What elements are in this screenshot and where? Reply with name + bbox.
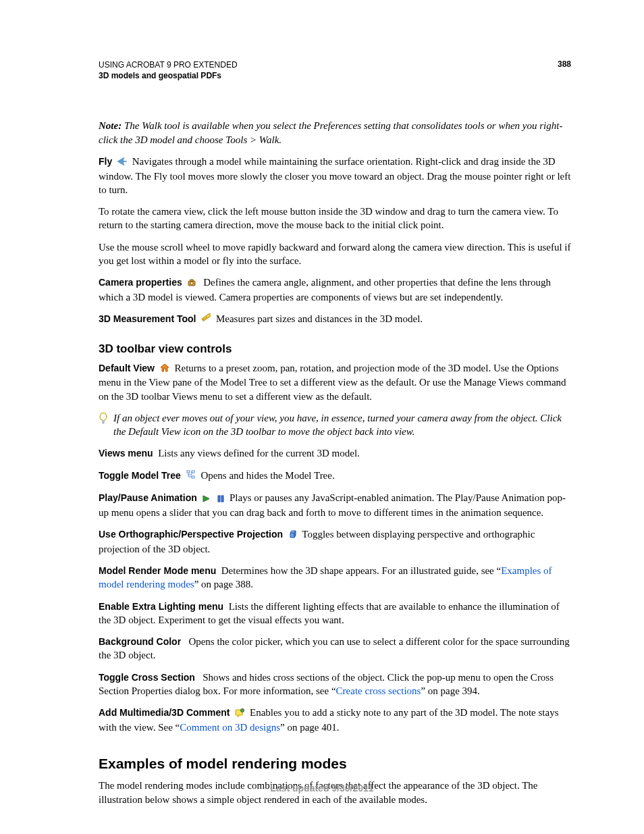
svg-point-16 (241, 708, 244, 712)
model-tree-icon (186, 469, 196, 483)
fly-paragraph: Fly Navigates through a model while main… (99, 155, 571, 197)
background-color-paragraph: Background Color Opens the color picker,… (99, 635, 571, 662)
note-paragraph: Note: The Walk tool is available when yo… (99, 119, 571, 147)
svg-rect-11 (192, 471, 194, 473)
ruler-icon (201, 313, 211, 326)
camera-properties-paragraph: Camera properties Defines the camera ang… (99, 276, 571, 304)
link-create-cross-sections[interactable]: Create cross sections (336, 685, 421, 696)
sticky-note-icon (235, 707, 244, 721)
term-background-color: Background Color (99, 636, 181, 647)
note-label: Note: (99, 120, 122, 131)
term-camera-properties: Camera properties (99, 277, 182, 288)
views-menu-paragraph: Views menu Lists any views defined for t… (99, 446, 571, 460)
home-icon (160, 362, 169, 375)
views-menu-text: Lists any views defined for the current … (158, 448, 360, 459)
svg-rect-9 (103, 422, 105, 423)
svg-rect-8 (102, 420, 105, 422)
heading-3d-toolbar-view-controls: 3D toolbar view controls (99, 342, 571, 357)
pause-icon (217, 492, 224, 506)
fly-text-2: To rotate the camera view, click the lef… (99, 205, 571, 232)
cube-icon (288, 529, 297, 542)
header-title: USING ACROBAT 9 PRO EXTENDED (99, 59, 571, 70)
term-render-mode: Model Render Mode menu (99, 565, 216, 576)
tip-text: If an object ever moves out of your view… (113, 411, 571, 439)
link-comment-3d-designs[interactable]: Comment on 3D designs (180, 722, 280, 733)
term-3d-measurement: 3D Measurement Tool (99, 313, 196, 324)
render-mode-paragraph: Model Render Mode menu Determines how th… (99, 564, 571, 592)
term-extra-lighting: Enable Extra Lighting menu (99, 601, 223, 612)
svg-rect-14 (221, 496, 223, 502)
add-comment-paragraph: Add Multimedia/3D Comment Enables you to… (99, 706, 571, 734)
measurement-text: Measures part sizes and distances in the… (216, 313, 423, 324)
body-content: Note: The Walk tool is available when yo… (99, 119, 571, 806)
render-mode-text-2: ” on page 388. (194, 579, 253, 590)
fly-text-1: Navigates through a model while maintain… (99, 156, 570, 195)
toggle-model-tree-text: Opens and hides the Model Tree. (200, 470, 334, 481)
play-pause-paragraph: Play/Pause Animation Plays or pauses any… (99, 491, 571, 519)
header-subtitle: 3D models and geospatial PDFs (99, 70, 571, 81)
running-header: USING ACROBAT 9 PRO EXTENDED 3D models a… (99, 59, 571, 81)
term-cross-section: Toggle Cross Section (99, 672, 195, 683)
lighting-paragraph: Enable Extra Lighting menu Lists the dif… (99, 600, 571, 627)
term-play-pause: Play/Pause Animation (99, 492, 197, 503)
term-fly: Fly (99, 156, 112, 167)
note-text: The Walk tool is available when you sele… (99, 120, 562, 145)
page-number: 388 (558, 59, 571, 69)
svg-rect-12 (192, 476, 194, 478)
svg-rect-2 (190, 280, 193, 282)
cross-section-text-2: ” on page 394. (421, 685, 479, 696)
footer-last-updated: Last updated 9/30/2011 (0, 783, 644, 793)
term-toggle-model-tree: Toggle Model Tree (99, 470, 181, 481)
fly-text-3: Use the mouse scroll wheel to move rapid… (99, 240, 571, 268)
tip-block: If an object ever moves out of your view… (99, 411, 571, 439)
svg-point-7 (100, 413, 107, 420)
term-default-view: Default View (99, 363, 155, 373)
projection-paragraph: Use Orthographic/Perspective Projection … (99, 527, 571, 556)
play-icon (203, 492, 210, 506)
cross-section-paragraph: Toggle Cross Section Shows and hides cro… (99, 671, 571, 698)
lightbulb-icon (99, 413, 108, 439)
toggle-model-tree-paragraph: Toggle Model Tree Opens and hides the Mo… (99, 469, 571, 484)
camera-icon (187, 277, 198, 290)
term-add-3d-comment: Add Multimedia/3D Comment (99, 707, 230, 718)
page: USING ACROBAT 9 PRO EXTENDED 3D models a… (0, 0, 644, 834)
render-mode-text-1: Determines how the 3D shape appears. For… (221, 565, 501, 576)
heading-examples-rendering-modes: Examples of model rendering modes (99, 754, 571, 773)
svg-rect-10 (187, 471, 190, 473)
svg-point-1 (190, 282, 193, 284)
svg-rect-13 (218, 496, 220, 502)
default-view-paragraph: Default View Returns to a preset zoom, p… (99, 361, 571, 403)
fly-icon (117, 155, 127, 169)
measurement-paragraph: 3D Measurement Tool Measures part sizes … (99, 312, 571, 327)
term-projection: Use Orthographic/Perspective Projection (99, 529, 283, 540)
add-comment-text-2: ” on page 401. (280, 722, 339, 733)
term-views-menu: Views menu (99, 448, 153, 459)
